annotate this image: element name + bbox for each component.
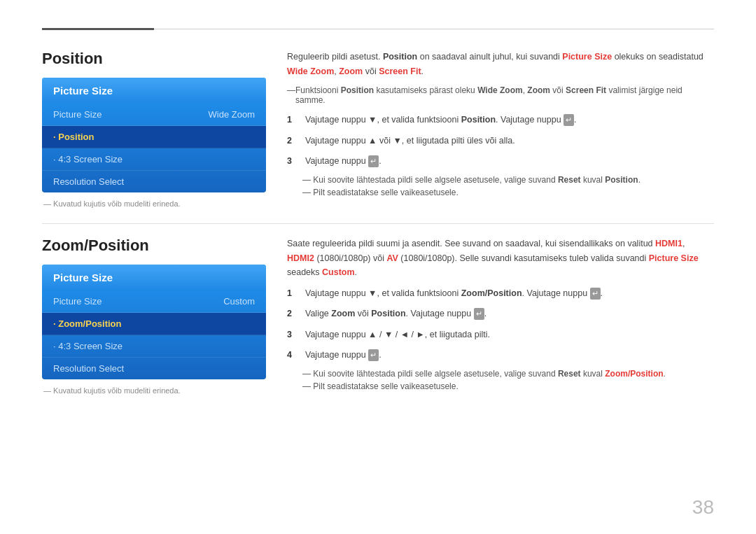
zoom-remark-2: Pilt seadistatakse selle vaikeasetusele. xyxy=(293,381,714,391)
position-menu-row-0[interactable]: Picture Size Wide Zoom xyxy=(42,104,266,126)
dark-divider xyxy=(42,28,154,30)
zoom-menu-row-2[interactable]: · 4:3 Screen Size xyxy=(42,335,266,358)
position-step-3: 3 Vajutage nuppu ↵. xyxy=(287,155,714,168)
zoom-step-3: 3 Vajutage nuppu ▲ / ▼ / ◄ / ►, et liigu… xyxy=(287,328,714,342)
position-menu-box: Picture Size Picture Size Wide Zoom · Po… xyxy=(42,78,266,192)
zoom-menu-header: Picture Size xyxy=(42,265,266,290)
zoom-menu-box: Picture Size Picture Size Custom · Zoom/… xyxy=(42,265,266,379)
position-footnote: Kuvatud kujutis võib mudeliti erineda. xyxy=(42,199,266,208)
position-menu-header: Picture Size xyxy=(42,78,266,104)
position-remark-1: Kui soovite lähtestada pildi selle algse… xyxy=(293,175,714,185)
zoom-title: Zoom/Position xyxy=(42,237,266,255)
zoom-right: Saate reguleerida pildi suumi ja asendit… xyxy=(266,237,714,395)
zoom-row2-label: · 4:3 Screen Size xyxy=(53,341,122,351)
position-steps: 1 Vajutage nuppu ▼, et valida funktsioon… xyxy=(287,113,714,168)
zoom-footnote: Kuvatud kujutis võib mudeliti erineda. xyxy=(42,386,266,395)
zoom-intro: Saate reguleerida pildi suumi ja asendit… xyxy=(287,237,714,280)
zoom-remark-1: Kui soovite lähtestada pildi selle algse… xyxy=(293,369,714,379)
light-divider xyxy=(154,29,714,29)
position-row3-label: Resolution Select xyxy=(53,176,124,187)
page: Position Picture Size Picture Size Wide … xyxy=(0,0,756,534)
zoom-step-2: 2 Valige Zoom või Position. Vajutage nup… xyxy=(287,307,714,321)
zoom-step-1: 1 Vajutage nuppu ▼, et valida funktsioon… xyxy=(287,287,714,300)
position-intro: Reguleerib pildi asetust. Position on sa… xyxy=(287,50,714,78)
section-separator xyxy=(42,223,714,224)
zoom-steps: 1 Vajutage nuppu ▼, et valida funktsioon… xyxy=(287,287,714,363)
top-dividers xyxy=(42,28,714,30)
position-remark-2: Pilt seadistatakse selle vaikeasetusele. xyxy=(293,188,714,197)
position-step-1: 1 Vajutage nuppu ▼, et valida funktsioon… xyxy=(287,113,714,127)
position-row1-label: · Position xyxy=(53,132,94,142)
position-menu-row-3[interactable]: Resolution Select xyxy=(42,171,266,192)
position-title: Position xyxy=(42,50,266,68)
zoom-row0-label: Picture Size xyxy=(53,296,102,307)
zoom-left: Zoom/Position Picture Size Picture Size … xyxy=(42,237,266,395)
position-left: Position Picture Size Picture Size Wide … xyxy=(42,50,266,208)
zoom-section: Zoom/Position Picture Size Picture Size … xyxy=(42,237,714,395)
position-note: Funktsiooni Position kasutamiseks pärast… xyxy=(287,85,714,105)
position-menu-row-1[interactable]: · Position xyxy=(42,126,266,148)
position-right: Reguleerib pildi asetust. Position on sa… xyxy=(266,50,714,208)
position-row0-value: Wide Zoom xyxy=(209,109,255,120)
position-menu-row-2[interactable]: · 4:3 Screen Size xyxy=(42,148,266,171)
position-step-2: 2 Vajutage nuppu ▲ või ▼, et liigutada p… xyxy=(287,134,714,148)
zoom-step-4: 4 Vajutage nuppu ↵. xyxy=(287,349,714,362)
position-row0-label: Picture Size xyxy=(53,109,102,120)
zoom-row3-label: Resolution Select xyxy=(53,363,124,374)
page-number: 38 xyxy=(692,496,714,519)
position-row2-label: · 4:3 Screen Size xyxy=(53,154,122,164)
zoom-menu-row-3[interactable]: Resolution Select xyxy=(42,358,266,379)
position-section: Position Picture Size Picture Size Wide … xyxy=(42,50,714,208)
zoom-menu-row-0[interactable]: Picture Size Custom xyxy=(42,290,266,313)
zoom-row1-label: · Zoom/Position xyxy=(53,318,122,329)
zoom-menu-row-1[interactable]: · Zoom/Position xyxy=(42,313,266,335)
zoom-row0-value: Custom xyxy=(223,296,255,307)
